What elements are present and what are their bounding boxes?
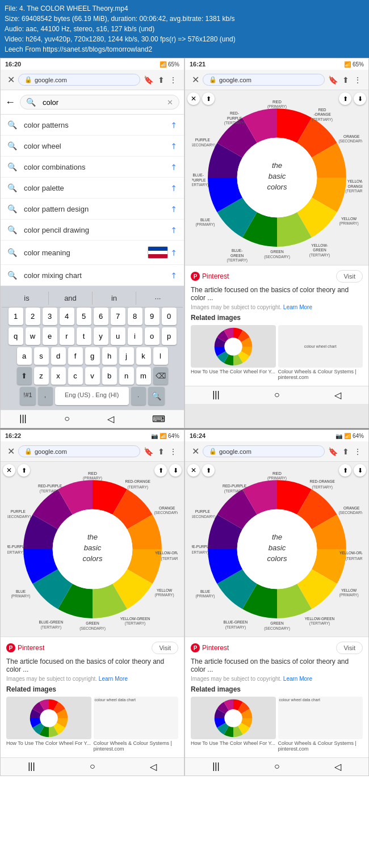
nav-back-icon-lb[interactable]: ◁ [150, 761, 157, 772]
suggestion-item-pencil-drawing[interactable]: 🔍 color pencil drawing ↗ [1, 220, 184, 241]
key-4[interactable]: 4 [60, 307, 74, 325]
nav-home-icon-rb[interactable]: ○ [274, 761, 280, 772]
suggestion-item-wheel[interactable]: 🔍 color wheel ↗ [1, 136, 184, 157]
image-close-btn-rb[interactable]: ✕ [187, 464, 200, 477]
key-f[interactable]: f [68, 347, 83, 365]
key-s[interactable]: s [34, 347, 49, 365]
nav-menu-icon[interactable]: ||| [19, 414, 26, 424]
key-y[interactable]: y [94, 327, 108, 345]
key-q[interactable]: q [9, 327, 23, 345]
key-h[interactable]: h [102, 347, 117, 365]
nav-home-icon-r[interactable]: ○ [274, 390, 280, 401]
suggestion-item-palette[interactable]: 🔍 color palette ↗ [1, 178, 184, 199]
backspace-key[interactable]: ⌫ [153, 367, 168, 385]
key-a[interactable]: a [17, 347, 32, 365]
word-sug-and[interactable]: and [49, 292, 93, 305]
url-bar-lb[interactable]: 🔒 google.com [18, 445, 140, 457]
key-9[interactable]: 9 [145, 307, 160, 325]
key-c[interactable]: c [68, 367, 83, 385]
key-u[interactable]: u [111, 327, 125, 345]
share-icon-rb[interactable]: ⬆ [342, 447, 349, 456]
suggestion-item-pattern-design[interactable]: 🔍 color pattern design ↗ [1, 199, 184, 220]
visit-button-rb[interactable]: Visit [336, 642, 363, 654]
back-arrow[interactable]: ← [5, 96, 15, 108]
suggestion-item-meaning[interactable]: 🔍 color meaning ↗ [1, 241, 184, 265]
key-5[interactable]: 5 [77, 307, 91, 325]
key-m[interactable]: m [136, 367, 151, 385]
image-expand-btn[interactable]: ⬆ [202, 92, 215, 105]
learn-more-link-lb[interactable]: Learn More [99, 676, 128, 682]
close-icon-rb[interactable]: ✕ [192, 446, 199, 457]
more-icon[interactable]: ⋮ [169, 75, 177, 85]
key-o[interactable]: o [145, 327, 160, 345]
visit-button[interactable]: Visit [336, 270, 363, 283]
related-image-lb-2[interactable]: colour wheel data chart Colour Wheels & … [94, 697, 179, 753]
related-image-1[interactable]: How To Use The Color Wheel For Y... [191, 325, 276, 381]
key-d[interactable]: d [51, 347, 66, 365]
key-w[interactable]: w [26, 327, 40, 345]
bookmark-icon-right[interactable]: 🔖 [328, 75, 338, 85]
key-6[interactable]: 6 [94, 307, 108, 325]
bookmark-icon[interactable]: 🔖 [144, 75, 153, 85]
share-icon-lb[interactable]: ⬆ [158, 447, 165, 456]
key-z[interactable]: z [34, 367, 49, 385]
related-image-rb-1[interactable]: How To Use The Color Wheel For Y... [191, 697, 276, 753]
image-save-btn-lb[interactable]: ⬇ [169, 464, 182, 477]
key-3[interactable]: 3 [43, 307, 57, 325]
shift-key[interactable]: ⬆ [17, 367, 32, 385]
key-v[interactable]: v [85, 367, 100, 385]
url-bar-rb[interactable]: 🔒 google.com [203, 445, 325, 457]
key-g[interactable]: g [85, 347, 100, 365]
key-r[interactable]: r [60, 327, 74, 345]
related-image-lb-1[interactable]: How To Use The Color Wheel For Y... [6, 697, 91, 753]
key-n[interactable]: n [119, 367, 134, 385]
close-icon-right[interactable]: ✕ [192, 74, 199, 85]
num-key[interactable]: !#1 [20, 387, 35, 405]
key-e[interactable]: e [43, 327, 57, 345]
image-save-btn[interactable]: ⬇ [354, 92, 366, 105]
url-bar-left-top[interactable]: 🔒 google.com [18, 74, 140, 86]
nav-home-icon-lb[interactable]: ○ [90, 761, 95, 772]
key-k[interactable]: k [136, 347, 151, 365]
word-sug-in[interactable]: in [93, 292, 136, 305]
more-icon-lb[interactable]: ⋮ [169, 447, 177, 456]
nav-home-icon[interactable]: ○ [64, 414, 70, 424]
key-b[interactable]: b [102, 367, 117, 385]
image-share-btn[interactable]: ⬆ [339, 92, 351, 105]
suggestion-item-combinations[interactable]: 🔍 color combinations ↗ [1, 157, 184, 178]
bookmark-icon-lb[interactable]: 🔖 [144, 447, 153, 456]
nav-back-icon-r[interactable]: ◁ [334, 390, 341, 401]
nav-keyboard-icon[interactable]: ⌨ [152, 414, 165, 424]
more-icon-right[interactable]: ⋮ [354, 75, 362, 85]
clear-search-icon[interactable]: ✕ [167, 98, 173, 107]
word-sug-is[interactable]: is [5, 292, 49, 305]
image-expand-btn-rb[interactable]: ⬆ [202, 464, 215, 477]
suggestion-item-patterns[interactable]: 🔍 color patterns ↗ [1, 115, 184, 136]
key-2[interactable]: 2 [26, 307, 40, 325]
key-1[interactable]: 1 [9, 307, 23, 325]
key-7[interactable]: 7 [111, 307, 125, 325]
key-x[interactable]: x [51, 367, 66, 385]
nav-menu-icon-rb[interactable]: ||| [212, 761, 219, 772]
image-expand-btn-lb[interactable]: ⬆ [18, 464, 30, 477]
word-sug-more[interactable]: ··· [136, 292, 179, 305]
key-t[interactable]: t [77, 327, 91, 345]
image-close-btn-lb[interactable]: ✕ [3, 464, 15, 477]
key-8[interactable]: 8 [128, 307, 142, 325]
image-close-btn[interactable]: ✕ [187, 92, 200, 105]
learn-more-link-rb[interactable]: Learn More [283, 676, 312, 682]
image-save-btn-rb[interactable]: ⬇ [354, 464, 366, 477]
search-box[interactable]: 🔍 color ✕ [20, 95, 179, 109]
key-i[interactable]: i [128, 327, 142, 345]
key-0[interactable]: 0 [162, 307, 177, 325]
image-share-btn-lb[interactable]: ⬆ [154, 464, 167, 477]
close-icon-lb[interactable]: ✕ [7, 446, 15, 457]
more-icon-rb[interactable]: ⋮ [354, 447, 362, 456]
related-image-rb-2[interactable]: colour wheel data chart Colour Wheels & … [278, 697, 363, 753]
related-image-2[interactable]: colour wheel chart Colour Wheels & Colou… [278, 325, 363, 381]
keyboard-search-key[interactable]: 🔍 [148, 387, 165, 405]
share-icon[interactable]: ⬆ [158, 75, 165, 85]
key-j[interactable]: j [119, 347, 134, 365]
comma-key[interactable]: , [38, 387, 53, 405]
period-key[interactable]: . [131, 387, 146, 405]
